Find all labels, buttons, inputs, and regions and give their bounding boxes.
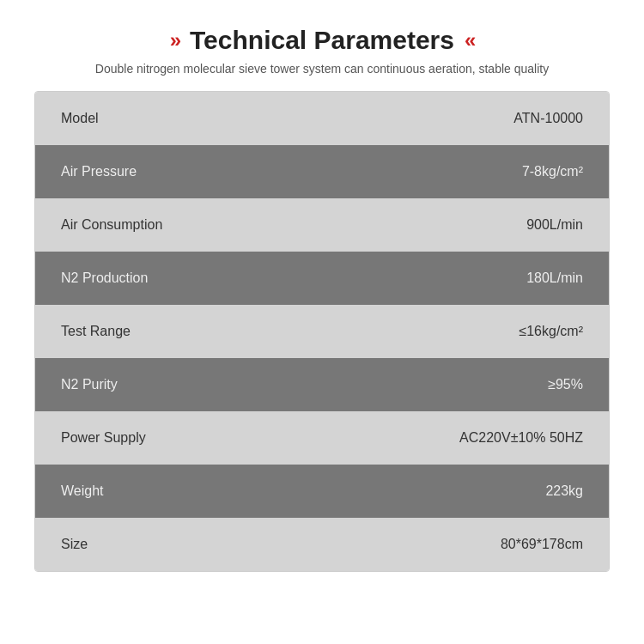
table-row-test-range: Test Range≤16kg/cm²: [35, 305, 609, 358]
row-label-weight: Weight: [61, 483, 545, 499]
parameters-table: ModelATN-10000Air Pressure7-8kg/cm²Air C…: [34, 91, 610, 572]
row-label-n2-purity: N2 Purity: [61, 377, 548, 392]
row-value-air-consumption: 900L/min: [526, 217, 583, 233]
row-label-test-range: Test Range: [61, 324, 519, 339]
row-value-n2-production: 180L/min: [526, 270, 583, 286]
left-chevron-icon: »: [170, 28, 179, 52]
table-row-air-consumption: Air Consumption900L/min: [35, 198, 609, 252]
table-row-weight: Weight223kg: [35, 465, 609, 518]
table-row-size: Size80*69*178cm: [35, 518, 609, 571]
subtitle: Double nitrogen molecular sieve tower sy…: [34, 62, 610, 76]
right-chevron-icon: «: [465, 28, 474, 52]
row-value-power-supply: AC220V±10% 50HZ: [459, 430, 583, 446]
header-section: » Technical Parameters « Double nitrogen…: [34, 26, 610, 76]
row-label-air-pressure: Air Pressure: [61, 164, 522, 179]
table-row-power-supply: Power SupplyAC220V±10% 50HZ: [35, 411, 609, 465]
row-value-weight: 223kg: [545, 483, 583, 499]
row-label-n2-production: N2 Production: [61, 270, 526, 286]
page-title: Technical Parameters: [190, 26, 454, 55]
row-label-model: Model: [61, 111, 513, 126]
table-row-air-pressure: Air Pressure7-8kg/cm²: [35, 145, 609, 198]
row-value-n2-purity: ≥95%: [548, 377, 583, 392]
row-label-size: Size: [61, 537, 501, 552]
table-row-n2-purity: N2 Purity≥95%: [35, 358, 609, 411]
row-value-test-range: ≤16kg/cm²: [519, 324, 583, 339]
title-row: » Technical Parameters «: [34, 26, 610, 55]
row-label-air-consumption: Air Consumption: [61, 217, 526, 233]
table-row-model: ModelATN-10000: [35, 92, 609, 145]
row-value-model: ATN-10000: [513, 111, 583, 126]
table-row-n2-production: N2 Production180L/min: [35, 252, 609, 305]
row-value-air-pressure: 7-8kg/cm²: [522, 164, 583, 179]
row-label-power-supply: Power Supply: [61, 430, 459, 446]
row-value-size: 80*69*178cm: [501, 537, 583, 552]
